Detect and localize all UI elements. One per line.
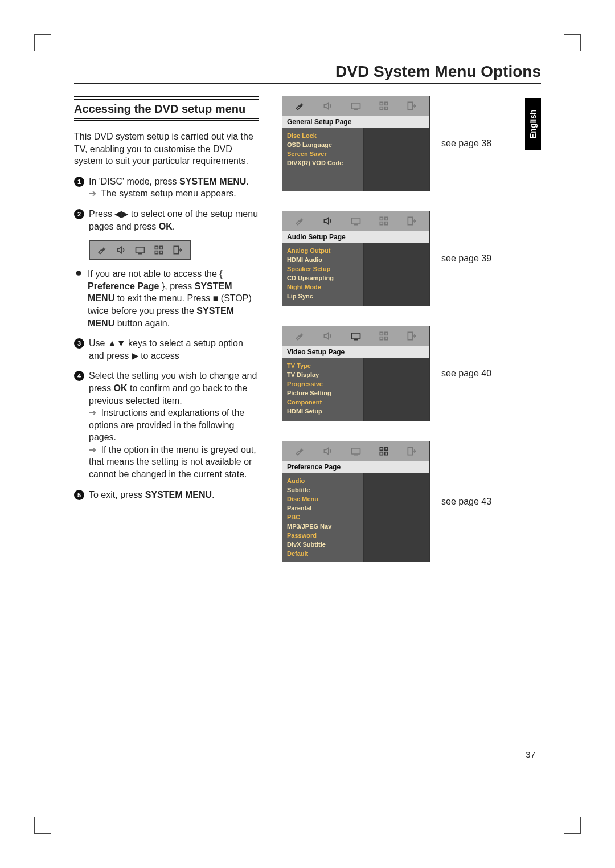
crop-mark [564,817,581,834]
tv-icon [133,244,147,256]
menu-block: Preference PageAudioSubtitleDisc MenuPar… [282,441,430,562]
svg-rect-5 [351,103,360,109]
crop-mark [34,34,51,51]
step-number-badge: 3 [74,338,84,349]
tv-icon [349,215,363,227]
step-text: Select the setting you wish to change an… [89,371,257,405]
svg-rect-19 [385,337,388,340]
menu-item: Default [287,550,359,559]
arrow-right-icon [89,189,99,198]
svg-rect-15 [351,333,360,339]
crop-mark [34,817,51,834]
see-page-label: see page 43 [441,497,491,507]
menu-list: Analog OutputHDMI AudioSpeaker SetupCD U… [282,243,363,306]
grid-icon [377,100,391,112]
menu-item: Picture Setting [287,389,359,398]
step-number-badge: 4 [74,371,84,381]
grid-icon [377,330,391,342]
step-subtext: Instructions and explanations of the opt… [89,408,244,442]
step-subtext: If the option in the menu is greyed out,… [89,445,256,479]
menu-item: HDMI Audio [287,256,359,265]
step-text: In 'DISC' mode, press SYSTEM MENU. [89,177,249,186]
menu-item: Screen Saver [287,150,359,159]
menu-row: Video Setup PageTV TypeTV DisplayProgres… [282,326,541,421]
menu-right-pane [363,243,429,306]
menu-item: MP3/JPEG Nav [287,522,359,531]
menu-item: Night Mode [287,283,359,292]
menu-item: DivX Subtitle [287,541,359,550]
menu-item: OSD Language [287,141,359,150]
tv-icon [349,100,363,112]
svg-rect-0 [136,247,144,253]
tv-icon [349,330,363,342]
step-5: 5 To exit, press SYSTEM MENU. [74,489,259,501]
wrench-icon [96,244,109,256]
svg-rect-16 [380,332,383,335]
exit-icon [171,244,184,256]
crop-mark [564,34,581,51]
wrench-icon [293,330,307,342]
menu-item: Speaker Setup [287,265,359,274]
step-4: 4 Select the setting you wish to change … [74,370,259,480]
svg-rect-10 [351,218,360,224]
speaker-icon [321,215,335,227]
grid-icon [377,445,391,457]
svg-rect-22 [385,447,388,450]
menu-right-pane [363,358,429,421]
wrench-icon [293,215,307,227]
menu-item: Disc Lock [287,132,359,141]
svg-rect-17 [385,332,388,335]
svg-rect-20 [351,448,360,454]
menu-tabs [282,326,429,346]
section-heading: Accessing the DVD setup menu [74,102,259,116]
section-divider [74,118,259,121]
menu-body: TV TypeTV DisplayProgressivePicture Sett… [282,358,429,421]
speaker-icon [321,330,335,342]
menu-block: Audio Setup PageAnalog OutputHDMI AudioS… [282,211,430,306]
bullet-text: If you are not able to access the { Pref… [88,268,259,329]
grid-icon [152,244,166,256]
menu-item: PBC [287,513,359,522]
svg-rect-1 [155,246,158,249]
see-page-label: see page 38 [441,138,491,149]
exit-icon [405,100,419,112]
speaker-icon [321,445,335,457]
menu-item: TV Type [287,362,359,371]
menu-item: DIVX(R) VOD Code [287,159,359,168]
speaker-icon [114,244,128,256]
svg-rect-7 [385,102,388,105]
see-page-label: see page 39 [441,253,491,264]
svg-rect-9 [385,107,388,110]
step-2: 2 Press ◀▶ to select one of the setup me… [74,208,259,232]
menu-item: Progressive [287,380,359,389]
svg-rect-4 [159,251,162,254]
page-number: 37 [526,750,535,759]
tv-icon [349,445,363,457]
svg-rect-8 [380,107,383,110]
menu-item: TV Display [287,371,359,380]
menu-list: Disc LockOSD LanguageScreen SaverDIVX(R)… [282,128,363,191]
grid-icon [377,215,391,227]
intro-paragraph: This DVD system setup is carried out via… [74,130,259,167]
wrench-icon [293,100,307,112]
menu-tabs [282,211,429,231]
menu-tabs [282,441,429,461]
menu-header: Video Setup Page [282,346,429,358]
menu-right-pane [363,128,429,191]
svg-rect-18 [380,337,383,340]
step-1: 1 In 'DISC' mode, press SYSTEM MENU. The… [74,175,259,200]
menu-row: General Setup PageDisc LockOSD LanguageS… [282,96,541,191]
page-title: DVD System Menu Options [74,63,541,82]
step-text: Press ◀▶ to select one of the setup menu… [89,209,258,231]
menu-item: Audio [287,477,359,486]
step-number-badge: 1 [74,177,84,187]
step-text: To exit, press SYSTEM MENU. [89,489,259,501]
step-text: Use ▲▼ keys to select a setup option and… [89,337,259,362]
svg-rect-12 [385,217,388,220]
see-page-label: see page 40 [441,369,491,379]
menu-item: Parental [287,504,359,513]
svg-rect-23 [380,452,383,455]
menu-block: Video Setup PageTV TypeTV DisplayProgres… [282,326,430,421]
section-divider [74,96,259,100]
menu-item: CD Upsampling [287,274,359,283]
